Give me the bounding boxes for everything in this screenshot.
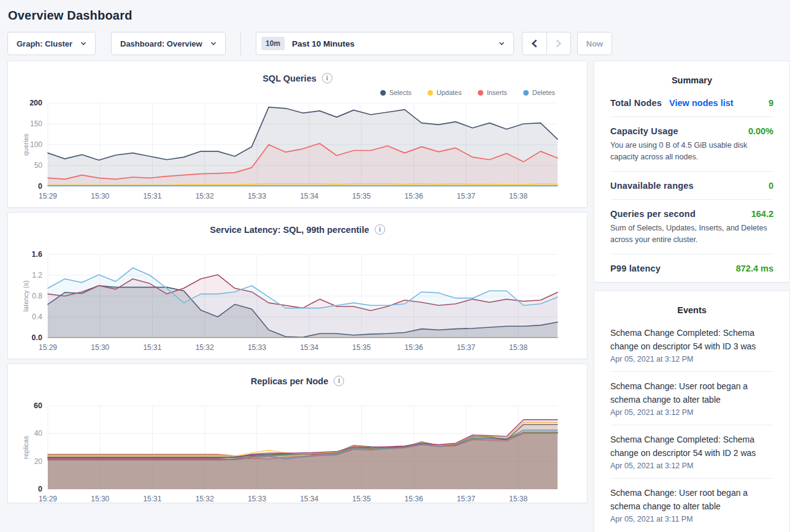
svg-text:15:31: 15:31 — [143, 192, 161, 200]
chart-legend: SelectsUpdatesInsertsDeletes — [380, 89, 555, 96]
chart-title: Replicas per Node — [251, 376, 329, 386]
svg-text:0.0: 0.0 — [32, 333, 42, 342]
graph-dropdown-label: Graph: Cluster — [17, 39, 72, 48]
svg-text:15:31: 15:31 — [143, 343, 161, 352]
svg-text:0.4: 0.4 — [32, 313, 42, 321]
legend-swatch — [428, 90, 433, 96]
time-back-button[interactable] — [523, 32, 546, 55]
event-item: Schema Change Completed: Schema change o… — [610, 425, 773, 476]
event-text: Schema Change Completed: Schema change o… — [610, 326, 773, 353]
summary-value: 9 — [769, 98, 773, 108]
legend-item[interactable]: Deletes — [523, 89, 555, 96]
legend-swatch — [380, 90, 386, 96]
legend-item[interactable]: Inserts — [478, 89, 507, 96]
svg-text:15:34: 15:34 — [300, 343, 318, 352]
svg-text:15:33: 15:33 — [248, 343, 266, 352]
dashboard-dropdown[interactable]: Dashboard: Overview — [111, 32, 226, 55]
now-button-label: Now — [586, 39, 603, 48]
events-list: Schema Change Completed: Schema change o… — [610, 319, 773, 530]
svg-text:15:33: 15:33 — [248, 495, 266, 503]
time-preset-badge: 10m — [261, 37, 285, 50]
svg-text:1.6: 1.6 — [32, 250, 42, 259]
charts-column: 15:2915:3015:3115:3215:3315:3415:3515:36… — [7, 61, 588, 532]
chevron-down-icon — [80, 40, 86, 47]
toolbar: Graph: Cluster Dashboard: Overview 10m P… — [7, 32, 783, 55]
info-icon[interactable]: i — [375, 224, 385, 235]
dashboard-dropdown-label: Dashboard: Overview — [120, 39, 202, 48]
now-button[interactable]: Now — [577, 32, 612, 55]
svg-text:15:35: 15:35 — [352, 192, 370, 200]
view-nodes-link[interactable]: View nodes list — [669, 98, 734, 108]
chevron-down-icon — [210, 40, 217, 47]
svg-text:15:30: 15:30 — [91, 343, 109, 352]
legend-item[interactable]: Updates — [428, 89, 462, 96]
summary-row-p99-latency: P99 latency 872.4 ms — [610, 254, 773, 282]
svg-text:15:30: 15:30 — [91, 495, 109, 503]
svg-text:15:33: 15:33 — [248, 192, 266, 200]
summary-label: Queries per second — [610, 209, 696, 219]
page-title: Overview Dashboard — [0, 0, 790, 23]
summary-row-total-nodes: Total Nodes View nodes list 9 — [610, 89, 773, 116]
legend-label: Updates — [437, 89, 462, 96]
summary-panel: Summary Total Nodes View nodes list 9 Ca… — [594, 61, 790, 283]
sidebar-column: Summary Total Nodes View nodes list 9 Ca… — [594, 61, 790, 532]
summary-description: Sum of Selects, Updates, Inserts, and De… — [610, 222, 773, 246]
svg-text:100: 100 — [30, 140, 42, 149]
chart-title: SQL Queries — [263, 74, 316, 83]
summary-label: Total Nodes — [610, 98, 662, 108]
svg-text:60: 60 — [34, 401, 42, 410]
legend-swatch — [478, 90, 483, 96]
summary-value: 872.4 ms — [736, 264, 773, 273]
svg-text:15:37: 15:37 — [457, 343, 475, 352]
svg-text:15:32: 15:32 — [196, 495, 214, 503]
info-icon[interactable]: i — [322, 73, 332, 83]
graph-dropdown[interactable]: Graph: Cluster — [7, 32, 96, 55]
event-date: Apr 05, 2021 at 3:11 PM — [610, 515, 773, 523]
event-date: Apr 05, 2021 at 3:12 PM — [610, 462, 773, 470]
svg-text:15:29: 15:29 — [39, 495, 57, 503]
sql-queries-chart[interactable]: 15:2915:3015:3115:3215:3315:3415:3515:36… — [8, 61, 588, 208]
info-icon[interactable]: i — [334, 376, 344, 386]
legend-swatch — [523, 90, 529, 96]
service-latency-panel: 15:2915:3015:3115:3215:3315:3415:3515:36… — [7, 212, 588, 359]
legend-label: Deletes — [532, 89, 555, 96]
svg-text:150: 150 — [30, 120, 42, 128]
svg-text:15:35: 15:35 — [352, 343, 370, 352]
svg-text:15:36: 15:36 — [405, 343, 423, 352]
svg-text:15:34: 15:34 — [300, 495, 318, 503]
summary-title: Summary — [610, 61, 773, 89]
svg-text:15:35: 15:35 — [352, 495, 370, 503]
event-item: Schema Change Completed: Schema change o… — [610, 319, 773, 370]
svg-text:15:37: 15:37 — [457, 192, 475, 200]
svg-text:15:38: 15:38 — [509, 192, 527, 200]
summary-label: Capacity Usage — [610, 126, 678, 136]
toolbar-divider — [240, 32, 241, 55]
time-range-label: Past 10 Minutes — [292, 39, 499, 48]
chart-header: Service Latency: SQL, 99th percentile i — [8, 224, 587, 235]
svg-text:15:37: 15:37 — [457, 495, 475, 503]
event-item: Schema Change: User root began a schema … — [610, 479, 773, 530]
svg-text:20: 20 — [34, 457, 43, 466]
time-range-picker[interactable]: 10m Past 10 Minutes — [256, 32, 514, 55]
svg-text:15:36: 15:36 — [405, 192, 423, 200]
summary-value: 0.00% — [748, 126, 773, 136]
summary-row-unavailable-ranges: Unavailable ranges 0 — [610, 172, 773, 199]
summary-label: Unavailable ranges — [610, 181, 694, 191]
svg-text:1.2: 1.2 — [32, 271, 42, 279]
legend-item[interactable]: Selects — [380, 89, 412, 96]
chart-title: Service Latency: SQL, 99th percentile — [210, 225, 369, 235]
summary-label: P99 latency — [610, 264, 661, 273]
events-title: Events — [610, 291, 773, 319]
service-latency-chart[interactable]: 15:2915:3015:3115:3215:3315:3415:3515:36… — [8, 213, 588, 360]
svg-text:queries: queries — [22, 133, 29, 156]
chevron-down-icon — [499, 40, 505, 47]
svg-text:15:30: 15:30 — [91, 192, 109, 200]
summary-value: 0 — [769, 181, 773, 191]
svg-text:15:31: 15:31 — [143, 495, 161, 503]
main-content: 15:2915:3015:3115:3215:3315:3415:3515:36… — [0, 61, 790, 532]
svg-text:15:38: 15:38 — [509, 343, 527, 352]
summary-description: You are using 0 B of 4.5 GiB usable disk… — [610, 140, 773, 164]
chevron-left-icon — [531, 39, 538, 48]
time-forward-button[interactable] — [546, 32, 570, 55]
svg-text:200: 200 — [29, 99, 42, 107]
